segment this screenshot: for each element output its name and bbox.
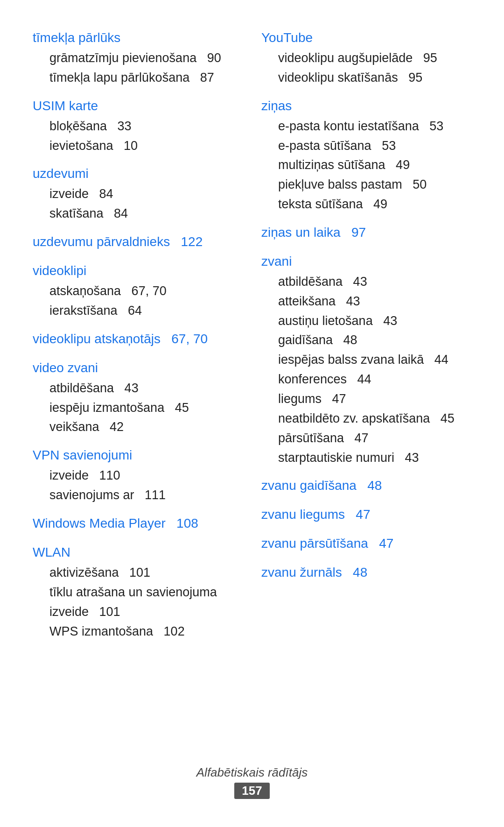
entry-zvani: zvani atbildēšana 43 atteikšana 43 austi… xyxy=(261,252,471,467)
entry-header-uzdevumi: uzdevumi xyxy=(33,164,243,184)
entry-windows-media-player: Windows Media Player 108 xyxy=(33,514,243,534)
entry-zvanu-gaidisana: zvanu gaidīšana 48 xyxy=(261,476,471,496)
right-column: YouTube videoklipu augšupielāde 95 video… xyxy=(261,28,471,650)
entry-header-atskanotajs: videoklipu atskaņotājs 67, 70 xyxy=(33,329,243,349)
entry-header-usim: USIM karte xyxy=(33,96,243,116)
entry-vpn-savienojumi: VPN savienojumi izveide 110 savienojums … xyxy=(33,445,243,505)
entry-zinas-un-laika: ziņas un laika 97 xyxy=(261,223,471,243)
sub-ierakstisana: ierakstīšana 64 xyxy=(33,301,243,321)
sub-neatbildeto: neatbildēto zv. apskatīšana 45 xyxy=(261,409,471,429)
entry-header-zvanu-liegums: zvanu liegums 47 xyxy=(261,505,471,524)
left-column: tīmekļa pārlūks grāmatzīmju pievienošana… xyxy=(33,28,243,650)
sub-pieklueve-balss: piekļuve balss pastam 50 xyxy=(261,175,471,195)
sub-atteiksana: atteikšana 43 xyxy=(261,292,471,311)
sub-blokesana: bloķēšana 33 xyxy=(33,117,243,136)
entry-wlan: WLAN aktivizēšana 101 tīklu atrašana un … xyxy=(33,543,243,641)
sub-teksta-sutisana: teksta sūtīšana 49 xyxy=(261,195,471,214)
footer-page-number: 157 xyxy=(234,783,269,799)
sub-izveide-110: izveide 110 xyxy=(33,466,243,486)
entry-header-zvanu-zurnals: zvanu žurnāls 48 xyxy=(261,563,471,582)
sub-atbildesana-zvani: atbildēšana 43 xyxy=(261,272,471,292)
entry-youtube: YouTube videoklipu augšupielāde 95 video… xyxy=(261,28,471,88)
sub-aktivizesana: aktivizēšana 101 xyxy=(33,563,243,583)
sub-iespejas-balss: iespējas balss zvana laikā 44 xyxy=(261,350,471,370)
sub-skatisana-84: skatīšana 84 xyxy=(33,204,243,224)
sub-videoklipu-augsupielde: videoklipu augšupielāde 95 xyxy=(261,49,471,68)
sub-epasta-kontu-iestatisfana: e-pasta kontu iestatīšana 53 xyxy=(261,117,471,136)
sub-atbildesana-vz: atbildēšana 43 xyxy=(33,379,243,398)
sub-starptautiskie: starptautiskie numuri 43 xyxy=(261,448,471,468)
sub-ievietosana: ievietošana 10 xyxy=(33,136,243,156)
sub-veiksana: veikšana 42 xyxy=(33,417,243,437)
sub-iespeju-izmantosana: iespēju izmantošana 45 xyxy=(33,398,243,418)
entry-zvanu-liegums: zvanu liegums 47 xyxy=(261,505,471,525)
entry-video-zvani: video zvani atbildēšana 43 iespēju izman… xyxy=(33,358,243,438)
entry-header-zvani: zvani xyxy=(261,252,471,271)
entry-header-parvaldnieks: uzdevumu pārvaldnieks 122 xyxy=(33,232,243,252)
sub-austinju-lietosana: austiņu lietošana 43 xyxy=(261,311,471,331)
entry-header-youtube: YouTube xyxy=(261,28,471,48)
entry-videoklipu-atskanotajs: videoklipu atskaņotājs 67, 70 xyxy=(33,329,243,350)
sub-savienojums-ar: savienojums ar 111 xyxy=(33,486,243,505)
entry-header-zvanu-gaidisana: zvanu gaidīšana 48 xyxy=(261,476,471,495)
page-footer: Alfabētiskais rādītājs 157 xyxy=(0,765,504,799)
footer-title: Alfabētiskais rādītājs xyxy=(0,765,504,780)
entry-usim-karte: USIM karte bloķēšana 33 ievietošana 10 xyxy=(33,96,243,156)
sub-gramatzimju: grāmatzīmju pievienošana 90 xyxy=(33,49,243,68)
entry-header-zvanu-parsutisana: zvanu pārsūtīšana 47 xyxy=(261,534,471,553)
entry-uzdevumu-parvaldnieks: uzdevumu pārvaldnieks 122 xyxy=(33,232,243,253)
entry-header-wmp: Windows Media Player 108 xyxy=(33,514,243,533)
sub-wps: WPS izmantošana 102 xyxy=(33,622,243,642)
sub-atskanoosana: atskaņošana 67, 70 xyxy=(33,282,243,301)
entry-videoklipi: videoklipi atskaņošana 67, 70 ierakstīša… xyxy=(33,261,243,321)
sub-videoklipu-skatisanas: videoklipu skatīšanās 95 xyxy=(261,68,471,88)
entry-timekla-parlaks: tīmekļa pārlūks grāmatzīmju pievienošana… xyxy=(33,28,243,88)
sub-epasta-sutisana: e-pasta sūtīšana 53 xyxy=(261,136,471,156)
sub-multizinas-sutisana: multiziņas sūtīšana 49 xyxy=(261,156,471,175)
entry-header-wlan: WLAN xyxy=(33,543,243,562)
entry-header-videoklipi: videoklipi xyxy=(33,261,243,281)
entry-zvanu-zurnals: zvanu žurnāls 48 xyxy=(261,563,471,583)
entry-header-timekla-parlaks: tīmekļa pārlūks xyxy=(33,28,243,48)
entry-header-zinas-laika: ziņas un laika 97 xyxy=(261,223,471,242)
entry-header-zinas: ziņas xyxy=(261,96,471,116)
entry-uzdevumi: uzdevumi izveide 84 skatīšana 84 xyxy=(33,164,243,224)
sub-parsutisana: pārsūtīšana 47 xyxy=(261,429,471,448)
sub-gaidisana: gaidīšana 48 xyxy=(261,331,471,350)
entry-zvanu-parsutisana: zvanu pārsūtīšana 47 xyxy=(261,534,471,554)
sub-timekla-lapu: tīmekļa lapu pārlūkošana 87 xyxy=(33,68,243,88)
entry-zinas: ziņas e-pasta kontu iestatīšana 53 e-pas… xyxy=(261,96,471,214)
sub-liegums: liegums 47 xyxy=(261,389,471,409)
entry-header-vpn: VPN savienojumi xyxy=(33,445,243,465)
sub-konferences: konferences 44 xyxy=(261,370,471,389)
entry-header-video-zvani: video zvani xyxy=(33,358,243,378)
sub-izveide-84: izveide 84 xyxy=(33,184,243,204)
sub-tiklu-atrasana: tīklu atrašana un savienojuma izveide 10… xyxy=(33,583,243,622)
